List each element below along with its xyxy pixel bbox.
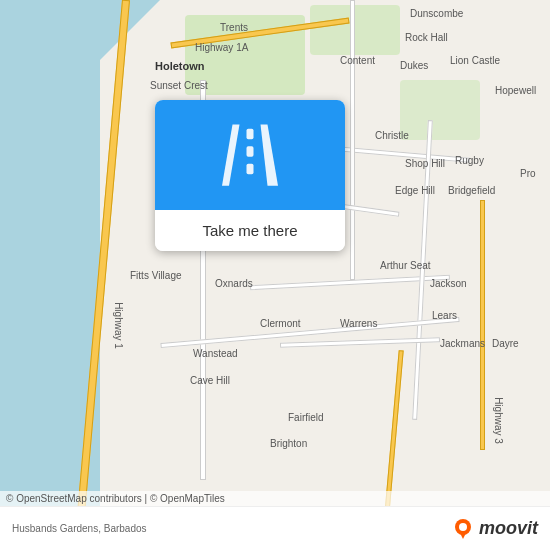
svg-marker-1 <box>261 124 279 185</box>
rock-hall-label: Rock Hall <box>405 32 448 43</box>
trents-label: Trents <box>220 22 248 33</box>
jackson-label: Jackson <box>430 278 467 289</box>
dayre-label: Dayre <box>492 338 519 349</box>
highway3-label: Highway 3 <box>493 397 504 444</box>
green-area-2 <box>310 5 400 55</box>
warrens-label: Warrens <box>340 318 377 329</box>
wanstead-label: Wanstead <box>193 348 238 359</box>
sunset-crest-label: Sunset Crest <box>150 80 208 91</box>
svg-rect-2 <box>247 129 254 140</box>
oxnards-label: Oxnards <box>215 278 253 289</box>
map-background: Holetown Highway 1A Sunset Crest Trents … <box>0 0 550 550</box>
moovit-pin-icon <box>451 517 475 541</box>
brighton-label: Brighton <box>270 438 307 449</box>
svg-point-6 <box>459 523 467 531</box>
holetown-label: Holetown <box>155 60 205 72</box>
svg-rect-3 <box>247 146 254 157</box>
location-text: Husbands Gardens, Barbados <box>12 523 147 534</box>
road-icon <box>215 120 285 190</box>
map-container: Holetown Highway 1A Sunset Crest Trents … <box>0 0 550 550</box>
local-road-4 <box>350 0 355 280</box>
dunscombe-label: Dunscombe <box>410 8 463 19</box>
highway-road-right <box>480 200 485 450</box>
jackmans-label: Jackmans <box>440 338 485 349</box>
moovit-brand-text: moovit <box>479 518 538 539</box>
highway1a-label: Highway 1A <box>195 42 248 53</box>
attribution-overlay: © OpenStreetMap contributors | © OpenMap… <box>0 491 550 506</box>
bottom-bar: Husbands Gardens, Barbados moovit <box>0 506 550 550</box>
bridgefield-label: Bridgefield <box>448 185 495 196</box>
arthur-seat-label: Arthur Seat <box>380 260 431 271</box>
green-area-3 <box>400 80 480 140</box>
lion-castle-label: Lion Castle <box>450 55 500 66</box>
location-info: Husbands Gardens, Barbados <box>12 523 147 534</box>
edge-hill-label: Edge Hill <box>395 185 435 196</box>
shop-hill-label: Shop Hill <box>405 158 445 169</box>
dukes-label: Dukes <box>400 60 428 71</box>
highway1-label: Highway 1 <box>113 302 124 349</box>
svg-marker-7 <box>459 531 467 539</box>
svg-marker-0 <box>222 124 240 185</box>
clermont-label: Clermont <box>260 318 301 329</box>
attribution-text: © OpenStreetMap contributors | © OpenMap… <box>6 493 225 504</box>
fitts-village-label: Fitts Village <box>130 270 182 281</box>
cave-hill-label: Cave Hill <box>190 375 230 386</box>
rugby-label: Rugby <box>455 155 484 166</box>
hopewell-label: Hopewell <box>495 85 536 96</box>
tooltip-card: Take me there <box>155 100 345 251</box>
moovit-logo: moovit <box>451 517 538 541</box>
take-me-there-button[interactable]: Take me there <box>155 210 345 251</box>
tooltip-icon-area <box>155 100 345 210</box>
content-label: Content <box>340 55 375 66</box>
lears-label: Lears <box>432 310 457 321</box>
pro-label: Pro <box>520 168 536 179</box>
christle-label: Christle <box>375 130 409 141</box>
svg-rect-4 <box>247 164 254 175</box>
fairfield-label: Fairfield <box>288 412 324 423</box>
